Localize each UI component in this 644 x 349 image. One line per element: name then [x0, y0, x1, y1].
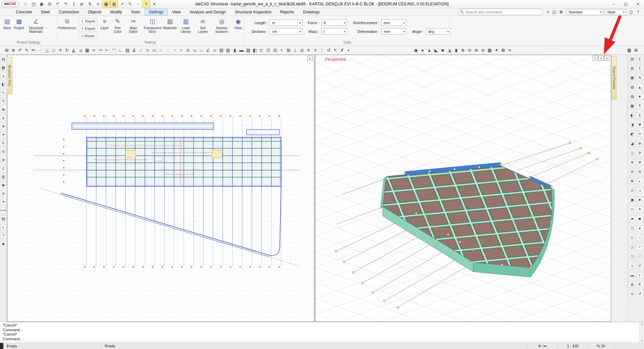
command-scrollbar[interactable]: ▲ ▼ — [639, 322, 644, 343]
standart-select[interactable]: Standart ▾ — [566, 9, 603, 15]
minus-icon[interactable]: − — [134, 1, 142, 8]
perspective-viewport[interactable]: Perspective ▽ 1 ∧ — [315, 55, 611, 322]
collapse-pane-button[interactable]: ∧ — [307, 56, 313, 61]
materials-icon[interactable]: ▨ — [0, 216, 6, 221]
pane-number-button[interactable]: 1 — [598, 56, 604, 61]
polygon-icon[interactable]: ◇ — [50, 46, 57, 54]
windows-icon[interactable]: ◱ — [551, 9, 558, 15]
leader-icon[interactable]: ↘ — [191, 46, 198, 54]
unit-select[interactable]: deg▾ — [426, 28, 450, 35]
measure-icon[interactable]: ∡ — [0, 115, 6, 121]
quad-br-icon[interactable]: ◲ — [629, 244, 635, 250]
quad-bl-icon[interactable]: ◱ — [629, 235, 635, 240]
filled-bar-icon[interactable]: ▰ — [629, 216, 635, 221]
plan-viewport[interactable]: ∧ — [7, 55, 314, 322]
report-table-icon[interactable]: ▤ — [629, 56, 635, 62]
section-sheet-icon[interactable]: ▨ — [629, 94, 635, 99]
raise-icon[interactable]: ↥ — [70, 1, 78, 8]
report-preview-tab[interactable]: Report Preview — [611, 56, 616, 99]
customize-icon[interactable]: ▾ — [150, 1, 158, 8]
close-sheet-icon[interactable]: ⊠ — [629, 178, 635, 184]
load-library-button[interactable]: ▥ Load Library — [177, 17, 195, 34]
save-icon[interactable]: ▣ — [38, 1, 46, 8]
table-icon[interactable]: ▤ — [218, 46, 225, 54]
tab-steel[interactable]: Steel — [37, 9, 54, 15]
cut-icon[interactable]: ✂ — [637, 131, 643, 137]
quad-tl-icon[interactable]: ◰ — [629, 225, 635, 231]
layers-icon[interactable]: ◧ — [0, 82, 6, 87]
wall-left-icon[interactable]: ◧ — [629, 112, 635, 118]
move-up-icon[interactable]: ↥ — [637, 56, 643, 62]
move-icon[interactable]: ✛ — [57, 46, 64, 54]
hatch-icon[interactable]: ▨ — [124, 46, 131, 54]
erase-icon[interactable]: ✗ — [339, 46, 345, 54]
snap-grid-icon[interactable]: ▦ — [102, 1, 110, 8]
elevation-icon[interactable]: ⊥ — [292, 46, 299, 54]
run-analysis-icon[interactable]: ϟ — [142, 1, 150, 8]
recent-icon[interactable]: ≡ — [544, 9, 551, 15]
render-icon[interactable]: ✦ — [493, 46, 500, 54]
view-cube-icon[interactable]: ⊠ — [500, 46, 506, 54]
tab-view[interactable]: View — [168, 9, 185, 15]
plot-icon[interactable]: ⊟ — [46, 1, 54, 8]
select-arrow-icon[interactable]: ↖ — [332, 46, 339, 54]
corner-br-icon[interactable]: ◪ — [629, 141, 635, 146]
extend-icon[interactable]: ⊢ — [104, 46, 111, 54]
rotate-icon[interactable]: ↻ — [64, 46, 70, 54]
combine-icon[interactable]: ⊗ — [637, 159, 643, 165]
star-icon[interactable]: ★ — [637, 197, 643, 203]
export-button[interactable]: ↥ Export — [79, 26, 97, 32]
search-input[interactable]: Search any command... — [458, 9, 543, 15]
swap-icon[interactable]: ⇄ — [78, 1, 86, 8]
project-browser-icon[interactable]: ▦ — [0, 65, 6, 70]
fillet-icon[interactable]: ◠ — [111, 46, 117, 54]
quad-tr-icon[interactable]: ◳ — [629, 253, 635, 259]
mirror-icon[interactable]: ◭ — [70, 46, 77, 54]
collapse-pane-button[interactable]: ∧ — [604, 56, 609, 61]
layer-button[interactable]: ≡ Layer — [99, 17, 110, 31]
structure-tree-icon[interactable]: ▤ — [0, 56, 6, 62]
minimize-button[interactable]: ─ — [608, 0, 620, 8]
section-icon[interactable]: ⊠ — [285, 46, 292, 54]
tab-settings[interactable]: Settings — [145, 9, 168, 15]
line-icon[interactable]: ∕ — [138, 46, 144, 54]
command-window[interactable]: *Cancel*Command :*Cancel*Command : — [0, 322, 644, 343]
detail-list-icon[interactable]: ⋮ — [319, 46, 325, 54]
axis-icon[interactable]: ∠ — [0, 165, 6, 171]
preferences-button[interactable]: ⚙ Preferences — [57, 17, 77, 31]
zoom-icon[interactable]: ⊕ — [0, 123, 6, 129]
point-icon[interactable]: ◉ — [413, 46, 419, 54]
pencil-icon[interactable]: ✐ — [17, 46, 23, 54]
filter-icon[interactable]: ⊠ — [558, 9, 565, 15]
add-view-icon[interactable]: ⊞ — [633, 46, 639, 54]
check-icon[interactable]: ✓ — [637, 244, 643, 250]
snap-object-icon[interactable]: ▧ — [110, 1, 118, 8]
column-icon[interactable]: ▮ — [231, 46, 238, 54]
slice-icon[interactable]: ⊘ — [480, 46, 486, 54]
tab-analysis-and-design[interactable]: Analysis and Design — [185, 9, 230, 15]
transparent-story-button[interactable]: ◫ Transparent Story — [142, 17, 163, 34]
tab-concrete[interactable]: Concrete — [11, 9, 37, 15]
orbit-icon[interactable]: ↻ — [0, 140, 6, 146]
trim-icon[interactable]: ✂ — [97, 46, 104, 54]
small-square-icon[interactable]: ▪ — [637, 272, 643, 278]
pen-color-button[interactable]: ✎ Pen Color — [110, 17, 125, 34]
zoom-extents-icon[interactable]: ⊕ — [10, 46, 17, 54]
tab-objects[interactable]: Objects — [84, 9, 106, 15]
pyramid-icon[interactable]: ◮ — [446, 46, 453, 54]
circle-dot-icon[interactable]: ◍ — [629, 282, 635, 287]
tab-structural-inspection[interactable]: Structural Inspection — [230, 9, 276, 15]
open-file-icon[interactable]: ◳ — [30, 1, 38, 8]
soil-layers-button[interactable]: ≋ Soil Layers — [195, 17, 211, 34]
render-icon[interactable]: ◐ — [0, 224, 6, 230]
tab-connection[interactable]: Connection — [54, 9, 84, 15]
project-button[interactable]: ▦ Project — [13, 17, 25, 31]
text-icon[interactable]: A — [184, 46, 191, 54]
erase-icon[interactable]: ⊠ — [0, 107, 6, 112]
window-icon[interactable]: ◫ — [628, 9, 635, 15]
mesh-icon[interactable]: ▦ — [486, 46, 493, 54]
wedge-icon[interactable]: ◣ — [433, 46, 439, 54]
layers-icon[interactable]: ≡ — [312, 46, 319, 54]
undo-icon[interactable]: ↶ — [54, 1, 62, 8]
offset-icon[interactable]: ≍ — [91, 46, 97, 54]
